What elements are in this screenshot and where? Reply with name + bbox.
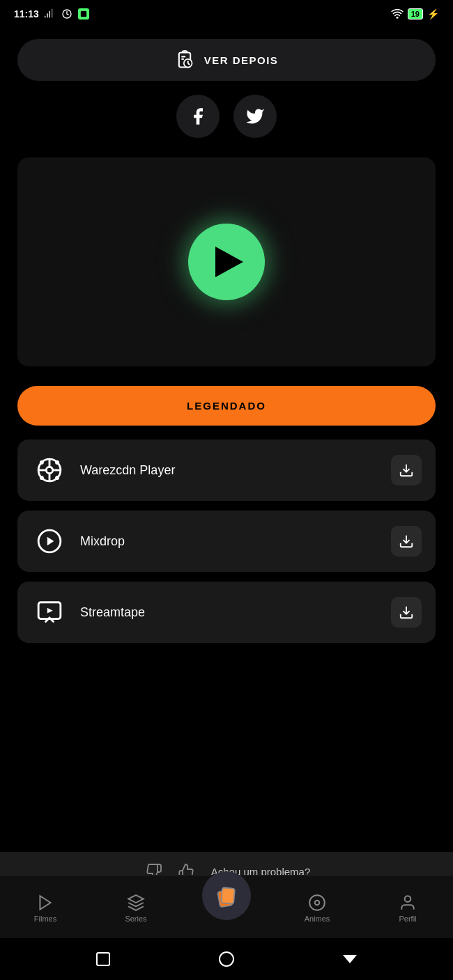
play-icon bbox=[215, 247, 243, 277]
mixdrop-label: Mixdrop bbox=[80, 534, 391, 549]
streamtape-label: Streamtape bbox=[80, 605, 391, 620]
svg-point-22 bbox=[56, 477, 59, 479]
warezcdn-download-button[interactable] bbox=[391, 455, 422, 485]
social-row bbox=[17, 95, 436, 138]
battery-level: 19 bbox=[408, 8, 423, 20]
filmes-label: Filmes bbox=[34, 915, 56, 923]
svg-marker-31 bbox=[128, 895, 144, 903]
sys-home-button[interactable] bbox=[217, 949, 236, 969]
film-icon bbox=[36, 457, 63, 483]
nav-filmes[interactable]: Filmes bbox=[0, 894, 91, 923]
facebook-icon bbox=[188, 107, 208, 126]
svg-point-36 bbox=[405, 896, 411, 902]
mixdrop-icon-wrap bbox=[31, 523, 68, 559]
time: 11:13 bbox=[14, 8, 39, 20]
twitter-icon bbox=[245, 107, 265, 126]
streamtape-download-button[interactable] bbox=[391, 597, 422, 628]
mixdrop-option[interactable]: Mixdrop bbox=[17, 511, 436, 572]
clipboard-icon bbox=[175, 50, 194, 70]
series-label: Series bbox=[125, 915, 146, 923]
alarm-icon bbox=[61, 8, 72, 20]
warezcdn-label: Warezcdn Player bbox=[80, 463, 391, 478]
wifi-signal-icon bbox=[391, 9, 404, 19]
main-content: VER DEPOIS LEGENDADO bbox=[0, 25, 453, 643]
message-icon bbox=[80, 10, 87, 17]
animes-label: Animes bbox=[305, 915, 330, 923]
animes-icon bbox=[308, 894, 326, 912]
streamtape-icon-wrap bbox=[31, 594, 68, 630]
status-right: 19 ⚡ bbox=[391, 8, 439, 20]
ver-depois-button[interactable]: VER DEPOIS bbox=[17, 39, 436, 81]
system-nav bbox=[0, 938, 453, 980]
nav-center-item[interactable] bbox=[181, 871, 272, 920]
streamtape-option[interactable]: Streamtape bbox=[17, 582, 436, 643]
svg-point-20 bbox=[56, 461, 59, 463]
play-button[interactable] bbox=[188, 224, 265, 300]
svg-point-19 bbox=[40, 461, 43, 463]
mixdrop-download-button[interactable] bbox=[391, 526, 422, 557]
sys-back-icon bbox=[343, 955, 357, 963]
svg-rect-33 bbox=[221, 887, 235, 903]
svg-point-6 bbox=[396, 17, 398, 19]
svg-rect-5 bbox=[81, 11, 86, 17]
warezcdn-option[interactable]: Warezcdn Player bbox=[17, 440, 436, 501]
sys-home-icon bbox=[219, 951, 234, 967]
center-button[interactable] bbox=[202, 871, 251, 920]
charging-icon: ⚡ bbox=[427, 8, 439, 20]
svg-marker-28 bbox=[47, 608, 53, 614]
svg-marker-25 bbox=[47, 537, 54, 546]
filmes-icon bbox=[36, 894, 54, 912]
nav-animes[interactable]: Animes bbox=[272, 894, 362, 923]
legendado-button[interactable]: LEGENDADO bbox=[17, 386, 436, 426]
sys-back-button[interactable] bbox=[340, 949, 360, 969]
video-player[interactable] bbox=[17, 157, 436, 366]
series-icon bbox=[127, 894, 145, 912]
monitor-play-icon bbox=[36, 599, 63, 625]
play-circle-icon bbox=[36, 528, 63, 554]
signal-icon bbox=[45, 8, 56, 20]
svg-point-14 bbox=[46, 467, 53, 474]
svg-point-35 bbox=[315, 901, 320, 905]
bottom-nav: Filmes Series Animes P bbox=[0, 875, 453, 938]
status-bar: 11:13 19 ⚡ bbox=[0, 0, 453, 25]
nav-perfil[interactable]: Perfil bbox=[362, 894, 453, 923]
download-icon bbox=[399, 605, 414, 620]
warezcdn-icon-wrap bbox=[31, 452, 68, 488]
center-icon bbox=[215, 884, 238, 908]
nav-series[interactable]: Series bbox=[91, 894, 181, 923]
svg-point-21 bbox=[40, 477, 43, 479]
facebook-button[interactable] bbox=[176, 95, 220, 138]
status-left: 11:13 bbox=[14, 8, 89, 20]
svg-marker-30 bbox=[40, 896, 50, 910]
perfil-label: Perfil bbox=[399, 915, 416, 923]
sys-square-button[interactable] bbox=[93, 949, 113, 969]
notification-badge bbox=[78, 8, 89, 20]
download-icon bbox=[399, 462, 414, 478]
download-icon bbox=[399, 534, 414, 549]
perfil-icon bbox=[399, 894, 417, 912]
svg-point-34 bbox=[309, 895, 325, 910]
sys-square-icon bbox=[96, 952, 110, 966]
ver-depois-label: VER DEPOIS bbox=[204, 54, 279, 66]
twitter-button[interactable] bbox=[233, 95, 277, 138]
